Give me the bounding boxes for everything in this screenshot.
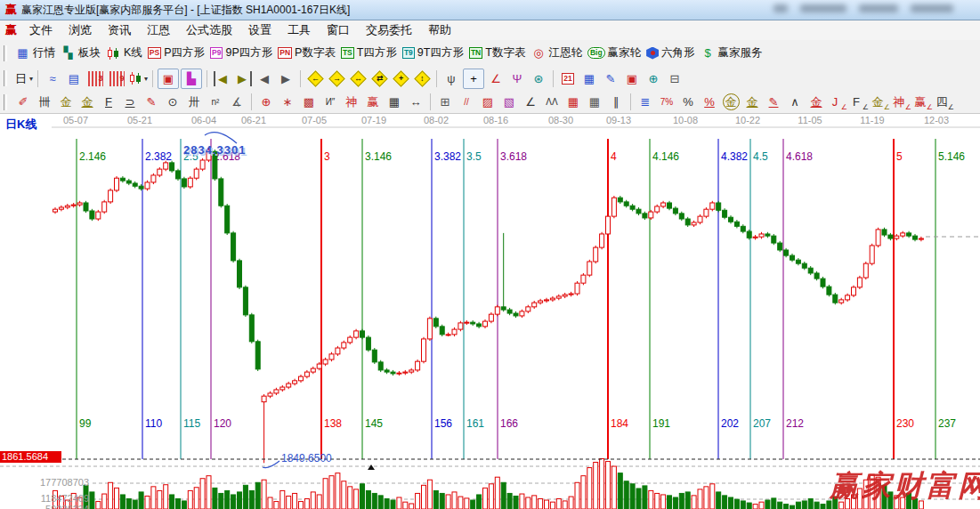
analysis-bars-icon[interactable]: ≣: [636, 93, 655, 111]
draw-web-icon[interactable]: ∗: [278, 93, 297, 111]
win-angle-icon[interactable]: 赢∠: [913, 93, 933, 111]
zoom-in-button[interactable]: +: [391, 69, 410, 88]
save-button[interactable]: ▣: [622, 69, 642, 88]
menu-gann[interactable]: 江恩: [139, 21, 178, 38]
menu-trading[interactable]: 交易委托: [358, 21, 420, 38]
color-histogram-icon[interactable]: ▙: [181, 69, 202, 89]
zoom-horizontal-button[interactable]: ↔: [348, 69, 368, 88]
p-number-button[interactable]: PNP数字表: [275, 44, 338, 61]
draw-angle-mirror-icon[interactable]: ∡: [227, 93, 247, 111]
dropdown-caret[interactable]: ▾: [29, 75, 33, 83]
pane-type-label[interactable]: 日K线: [5, 117, 36, 133]
menu-window[interactable]: 窗口: [319, 21, 358, 38]
toolbar-grip[interactable]: [4, 94, 7, 110]
prev-bar-button[interactable]: ◀: [255, 69, 274, 88]
pattern-box-icon[interactable]: ▣: [158, 69, 179, 89]
menu-settings[interactable]: 设置: [240, 21, 279, 38]
gold-circle-icon[interactable]: 金: [721, 93, 741, 111]
next-bar-button[interactable]: ▶: [276, 69, 296, 88]
j-angle-icon[interactable]: J∠: [828, 93, 847, 111]
print-button[interactable]: ⊟: [665, 69, 684, 88]
shen-angle-icon[interactable]: 神∠: [892, 93, 911, 111]
hexagon-button[interactable]: 六角形: [644, 44, 698, 61]
draw-red-grid-icon[interactable]: ▦: [563, 93, 583, 111]
angle-tool-button[interactable]: ∠: [486, 69, 506, 88]
percent-line-icon[interactable]: 7%: [657, 93, 676, 111]
candle-style-button[interactable]: ▾: [128, 69, 148, 88]
t-number-button[interactable]: TNT数字表: [466, 44, 528, 61]
quotes-button[interactable]: ▦行情: [12, 44, 58, 61]
f-angle-icon[interactable]: F∠: [849, 93, 869, 111]
goto-first-button[interactable]: ◀: [212, 69, 231, 88]
period-day-button[interactable]: 日▾: [13, 69, 33, 88]
draw-gold-scale2-icon[interactable]: 金: [77, 93, 97, 111]
wave-a-icon[interactable]: ∧: [785, 93, 805, 111]
calculator-button[interactable]: ▦: [579, 69, 599, 88]
menu-file[interactable]: 文件: [21, 21, 61, 38]
dropdown-caret[interactable]: ▾: [144, 75, 148, 83]
draw-circle-cross-icon[interactable]: ⊕: [256, 93, 276, 111]
draw-dense-grid-icon[interactable]: ▦: [385, 93, 404, 111]
winner-wheel-button[interactable]: Big赢家轮: [585, 44, 644, 61]
menu-formula-picker[interactable]: 公式选股: [178, 21, 240, 38]
percent-underline-icon[interactable]: %: [700, 93, 719, 111]
menu-browse[interactable]: 浏览: [61, 21, 100, 38]
draw-fan-box-icon[interactable]: ▨: [478, 93, 498, 111]
network-button[interactable]: ⊕: [644, 69, 663, 88]
pen-bars-icon[interactable]: ✎: [764, 93, 783, 111]
chart-area[interactable]: 05-0705-2106-0406-2107-0507-1908-0208-16…: [0, 114, 980, 509]
draw-fan-icon[interactable]: //: [457, 93, 476, 111]
toolbar-grip[interactable]: [4, 45, 7, 61]
draw-web-box-icon[interactable]: ▩: [299, 93, 319, 111]
notes-button[interactable]: ✎: [601, 69, 620, 88]
draw-wave-mark-icon[interactable]: И″: [320, 93, 340, 111]
nine-t-square-button[interactable]: T99T四方形: [400, 44, 466, 61]
draw-angle-lines-icon[interactable]: ∠: [521, 93, 540, 111]
draw-scale-grid-icon[interactable]: 卌: [35, 93, 54, 111]
goto-last-button[interactable]: ▶: [233, 69, 253, 88]
draw-n-squared-icon[interactable]: n²: [206, 93, 225, 111]
draw-shen-grid-icon[interactable]: 神: [342, 93, 361, 111]
menu-tools[interactable]: 工具: [279, 21, 319, 38]
gann-tool-purple-icon[interactable]: Ψ: [507, 69, 527, 88]
zoom-vertical-button[interactable]: ↕: [412, 69, 432, 88]
toolbar-grip[interactable]: [4, 70, 7, 86]
sectors-button[interactable]: ▚板块: [58, 44, 103, 61]
menu-news[interactable]: 资讯: [100, 21, 139, 38]
kline-button[interactable]: K线: [103, 44, 145, 61]
draw-win-grid-icon[interactable]: 赢: [363, 93, 383, 111]
draw-zigzag-icon[interactable]: ΛΛ: [542, 93, 562, 111]
winner-service-button[interactable]: $赢家服务: [698, 44, 765, 61]
hand-tool-button[interactable]: ψ: [441, 69, 461, 88]
calendar-button[interactable]: 21: [558, 69, 578, 88]
draw-spiral-icon[interactable]: ⊃: [120, 93, 140, 111]
gold-line-icon[interactable]: 金: [742, 93, 762, 111]
trend-window-icon[interactable]: ≈: [43, 69, 62, 88]
swap-view-button[interactable]: ⇄: [369, 69, 389, 88]
gann-wheel-button[interactable]: ◎江恩轮: [528, 44, 585, 61]
gold-underline2-icon[interactable]: 金: [806, 93, 826, 111]
draw-time-circle-icon[interactable]: ⊙: [163, 93, 182, 111]
pan-right-button[interactable]: →: [327, 69, 346, 88]
draw-pen2-icon[interactable]: ✎: [142, 93, 161, 111]
gold-angle-icon[interactable]: 金∠: [871, 93, 890, 111]
minichart-9-icon[interactable]: 9: [107, 69, 126, 88]
nine-p-square-button[interactable]: P99P四方形: [207, 44, 275, 61]
crosshair-tool-button[interactable]: +: [463, 69, 484, 89]
p-square-button[interactable]: PSP四方形: [145, 44, 207, 61]
draw-fan-box2-icon[interactable]: ▧: [499, 93, 519, 111]
draw-parallel-icon[interactable]: ∥: [606, 93, 626, 111]
draw-grid2-icon[interactable]: 卅: [184, 93, 204, 111]
draw-pen-flag-icon[interactable]: ✐: [13, 93, 33, 111]
kline-chart-canvas[interactable]: 05-0705-2106-0406-2107-0507-1908-0208-16…: [0, 114, 980, 509]
info-panel-icon[interactable]: ▤: [64, 69, 84, 88]
draw-f-scale-icon[interactable]: F: [99, 93, 118, 111]
pan-left-button[interactable]: ←: [305, 69, 325, 88]
draw-black-grid-icon[interactable]: ▦: [585, 93, 604, 111]
draw-box-handle-icon[interactable]: ⊞: [435, 93, 455, 111]
draw-width-arrow-icon[interactable]: ↔: [406, 93, 425, 111]
minichart-3-icon[interactable]: 3: [85, 69, 105, 88]
four-angle-icon[interactable]: 四∠: [935, 93, 954, 111]
percent-icon[interactable]: %: [678, 93, 698, 111]
cycle-tool-teal-icon[interactable]: ⊛: [529, 69, 548, 88]
